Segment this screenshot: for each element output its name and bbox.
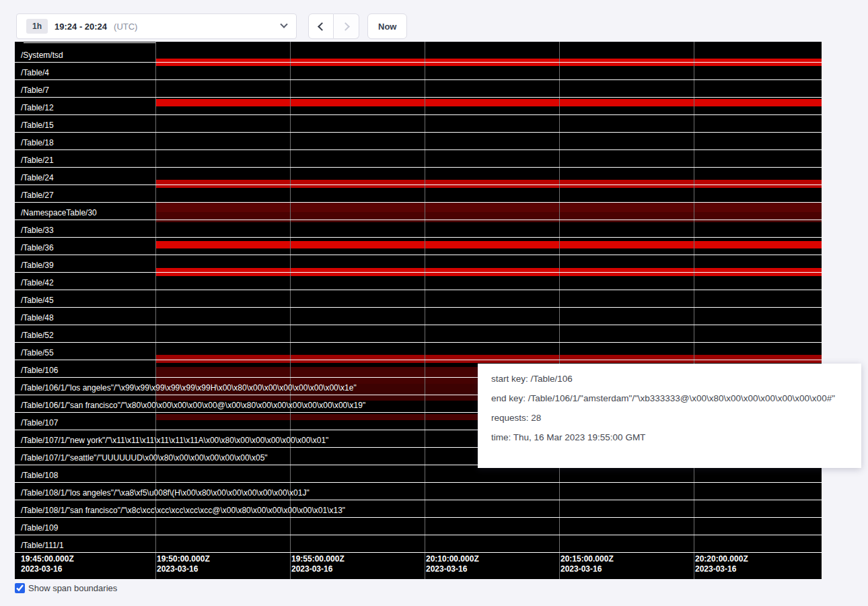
- span-label: /Table/52: [21, 331, 54, 340]
- span-label: /Table/7: [21, 86, 49, 95]
- span-label: /Table/18: [21, 139, 54, 147]
- span-label: /Table/108/1/"san francisco"/"\x8c\xcc\x…: [21, 506, 345, 515]
- key-visualizer-canvas[interactable]: /System/tsd/Table/4/Table/7/Table/12/Tab…: [15, 42, 822, 579]
- show-span-boundaries-label: Show span boundaries: [28, 583, 117, 593]
- tick-time: 19:45:00.000Z: [21, 554, 74, 564]
- heat-band: [155, 180, 822, 188]
- span-label: /Table/24: [21, 174, 54, 182]
- prev-interval-button[interactable]: [308, 13, 334, 39]
- span-boundary-line: [15, 202, 822, 203]
- span-boundary-line: [15, 97, 822, 98]
- tooltip-start-key: start key: /Table/106: [491, 374, 848, 384]
- time-gridline: [559, 42, 560, 579]
- span-boundary-line: [15, 220, 822, 220]
- span-label: /Table/36: [21, 244, 54, 252]
- span-label: /NamespaceTable/30: [21, 209, 97, 217]
- tick-date: 2023-03-16: [157, 564, 210, 574]
- time-axis-label: 19:55:00.000Z2023-03-16: [291, 554, 345, 574]
- span-label: /Table/106/1/"los angeles"/"\x99\x99\x99…: [21, 384, 357, 393]
- span-boundary-line: [15, 290, 822, 290]
- span-label: /Table/107/1/"seattle"/"UUUUUUD\x00\x80\…: [21, 454, 268, 463]
- show-span-boundaries-checkbox[interactable]: [15, 583, 25, 593]
- heat-band: [155, 202, 822, 212]
- span-boundary-line: [15, 62, 822, 63]
- span-label: /Table/12: [21, 104, 54, 112]
- span-label: /Table/42: [21, 279, 54, 288]
- tick-time: 20:20:00.000Z: [695, 554, 748, 564]
- chevron-left-icon: [318, 22, 326, 31]
- tick-date: 2023-03-16: [21, 564, 74, 574]
- next-interval-button[interactable]: [334, 13, 359, 39]
- tick-time: 20:15:00.000Z: [560, 554, 614, 564]
- span-boundary-line: [15, 307, 822, 308]
- span-label: /Table/21: [21, 156, 54, 165]
- span-label: /Table/4: [21, 69, 49, 77]
- span-boundary-line: [15, 132, 822, 133]
- hover-tooltip: start key: /Table/106 end key: /Table/10…: [478, 364, 861, 468]
- time-gridline: [155, 42, 156, 579]
- span-boundary-line: [15, 535, 822, 535]
- span-boundary-line: [24, 42, 155, 43]
- span-boundary-line: [15, 272, 822, 273]
- span-boundary-line: [15, 500, 822, 500]
- tooltip-requests: requests: 28: [491, 413, 848, 423]
- span-boundary-line: [15, 167, 822, 168]
- span-boundary-line: [15, 482, 822, 483]
- span-label: /Table/109: [21, 524, 58, 533]
- span-label: /System/tsd: [21, 51, 63, 60]
- tick-time: 19:55:00.000Z: [291, 554, 345, 564]
- span-boundary-line: [15, 79, 822, 80]
- tick-date: 2023-03-16: [560, 564, 614, 574]
- time-gridline: [290, 42, 291, 579]
- time-range-select[interactable]: 1h 19:24 - 20:24 (UTC): [16, 13, 297, 39]
- chevron-right-icon: [341, 22, 350, 31]
- span-boundary-line: [15, 255, 822, 255]
- span-boundary-line: [15, 325, 822, 325]
- span-label: /Table/106/1/"san francisco"/"\x80\x00\x…: [21, 401, 365, 410]
- span-label: /Table/107/1/"new york"/"\x11\x11\x11\x1…: [21, 436, 328, 445]
- time-axis-label: 20:15:00.000Z2023-03-16: [560, 554, 614, 574]
- heat-band: [155, 212, 822, 222]
- range-duration-badge: 1h: [26, 19, 48, 34]
- time-gridline: [425, 42, 425, 579]
- span-boundary-line: [15, 237, 822, 238]
- span-label: /Table/48: [21, 314, 54, 323]
- span-boundary-line: [15, 114, 822, 115]
- time-axis-label: 19:50:00.000Z2023-03-16: [157, 554, 210, 574]
- tooltip-end-key: end key: /Table/106/1/"amsterdam"/"\xb33…: [491, 393, 848, 403]
- heat-band: [155, 241, 822, 248]
- span-boundary-line: [15, 360, 822, 360]
- span-label: /Table/39: [21, 261, 54, 270]
- show-span-boundaries: Show span boundaries: [15, 583, 117, 593]
- heat-band: [155, 355, 822, 363]
- heat-band: [155, 99, 822, 106]
- span-label: /Table/27: [21, 191, 54, 200]
- time-axis-label: 20:20:00.000Z2023-03-16: [695, 554, 748, 574]
- toolbar: 1h 19:24 - 20:24 (UTC) Now: [16, 13, 407, 39]
- span-label: /Table/15: [21, 121, 54, 130]
- chevron-down-icon: [280, 21, 287, 28]
- time-axis-label: 20:10:00.000Z2023-03-16: [426, 554, 479, 574]
- span-label: /Table/107: [21, 419, 58, 428]
- tick-date: 2023-03-16: [695, 564, 748, 574]
- span-label: /Table/106: [21, 366, 58, 375]
- span-label: /Table/55: [21, 349, 54, 358]
- span-boundary-line: [15, 342, 822, 343]
- span-label: /Table/45: [21, 296, 54, 305]
- span-label: /Table/108/1/"los angeles"/"\xa8\xf5\u00…: [21, 489, 310, 498]
- span-label: /Table/33: [21, 226, 54, 235]
- time-nav-group: [308, 13, 359, 39]
- now-button[interactable]: Now: [367, 13, 407, 39]
- span-boundary-line: [15, 184, 822, 185]
- tick-time: 19:50:00.000Z: [157, 554, 210, 564]
- tick-date: 2023-03-16: [291, 564, 345, 574]
- span-label: /Table/108: [21, 471, 58, 480]
- span-boundary-line: [15, 517, 822, 518]
- range-text: 19:24 - 20:24: [55, 22, 107, 32]
- tick-time: 20:10:00.000Z: [426, 554, 479, 564]
- span-label: /Table/111/1: [21, 541, 64, 550]
- range-timezone: (UTC): [114, 22, 137, 32]
- time-axis-label: 19:45:00.000Z2023-03-16: [21, 554, 74, 574]
- span-boundary-line: [15, 149, 822, 150]
- tick-date: 2023-03-16: [426, 564, 479, 574]
